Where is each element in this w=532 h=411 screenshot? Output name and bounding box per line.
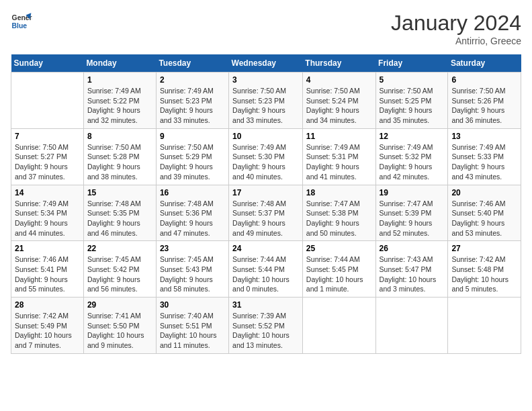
calendar-table: SundayMondayTuesdayWednesdayThursdayFrid… — [11, 54, 521, 354]
calendar-day-cell: 18Sunrise: 7:47 AM Sunset: 5:38 PM Dayli… — [302, 185, 375, 241]
calendar-day-cell: 3Sunrise: 7:50 AM Sunset: 5:23 PM Daylig… — [229, 73, 303, 129]
day-number: 11 — [306, 132, 372, 141]
day-number: 29 — [87, 300, 152, 310]
day-info: Sunrise: 7:50 AM Sunset: 5:28 PM Dayligh… — [87, 142, 152, 182]
day-number: 15 — [87, 188, 152, 197]
day-number: 7 — [15, 132, 80, 141]
day-info: Sunrise: 7:42 AM Sunset: 5:49 PM Dayligh… — [15, 311, 80, 351]
calendar-day-cell: 26Sunrise: 7:43 AM Sunset: 5:47 PM Dayli… — [375, 241, 448, 298]
day-info: Sunrise: 7:49 AM Sunset: 5:23 PM Dayligh… — [160, 86, 225, 126]
day-info: Sunrise: 7:49 AM Sunset: 5:31 PM Dayligh… — [306, 142, 372, 182]
day-info: Sunrise: 7:50 AM Sunset: 5:27 PM Dayligh… — [15, 142, 80, 182]
calendar-day-cell: 23Sunrise: 7:45 AM Sunset: 5:43 PM Dayli… — [156, 241, 228, 298]
calendar-day-cell: 29Sunrise: 7:41 AM Sunset: 5:50 PM Dayli… — [83, 298, 156, 354]
day-info: Sunrise: 7:49 AM Sunset: 5:33 PM Dayligh… — [451, 142, 517, 182]
weekday-header-cell: Tuesday — [156, 54, 228, 73]
calendar-day-cell: 25Sunrise: 7:44 AM Sunset: 5:45 PM Dayli… — [302, 241, 375, 298]
day-number: 14 — [15, 188, 80, 197]
calendar-day-cell: 15Sunrise: 7:48 AM Sunset: 5:35 PM Dayli… — [83, 185, 156, 241]
svg-text:Blue: Blue — [12, 22, 28, 30]
day-number: 5 — [380, 75, 445, 85]
day-info: Sunrise: 7:49 AM Sunset: 5:30 PM Dayligh… — [232, 142, 299, 182]
calendar-week-row: 21Sunrise: 7:46 AM Sunset: 5:41 PM Dayli… — [11, 241, 521, 298]
day-number: 13 — [451, 132, 517, 141]
title-block: January 2024 Antirrio, Greece — [391, 11, 521, 46]
day-number: 17 — [232, 188, 299, 197]
day-info: Sunrise: 7:46 AM Sunset: 5:41 PM Dayligh… — [15, 255, 80, 294]
calendar-day-cell: 6Sunrise: 7:50 AM Sunset: 5:26 PM Daylig… — [448, 73, 521, 129]
day-info: Sunrise: 7:45 AM Sunset: 5:43 PM Dayligh… — [160, 255, 225, 294]
day-number: 27 — [451, 244, 517, 253]
day-number: 4 — [306, 75, 372, 85]
calendar-day-cell: 9Sunrise: 7:50 AM Sunset: 5:29 PM Daylig… — [156, 128, 228, 185]
day-info: Sunrise: 7:48 AM Sunset: 5:35 PM Dayligh… — [87, 199, 152, 238]
day-number: 24 — [232, 244, 299, 253]
day-number: 16 — [160, 188, 225, 197]
month-title: January 2024 — [391, 11, 521, 36]
day-info: Sunrise: 7:48 AM Sunset: 5:36 PM Dayligh… — [160, 199, 225, 238]
weekday-header-cell: Monday — [83, 54, 156, 73]
calendar-week-row: 1Sunrise: 7:49 AM Sunset: 5:22 PM Daylig… — [11, 73, 521, 129]
weekday-header-cell: Saturday — [448, 54, 521, 73]
day-info: Sunrise: 7:45 AM Sunset: 5:42 PM Dayligh… — [87, 255, 152, 294]
calendar-day-cell: 8Sunrise: 7:50 AM Sunset: 5:28 PM Daylig… — [83, 128, 156, 185]
day-info: Sunrise: 7:50 AM Sunset: 5:24 PM Dayligh… — [306, 86, 372, 126]
day-info: Sunrise: 7:48 AM Sunset: 5:37 PM Dayligh… — [232, 199, 299, 238]
weekday-header-cell: Thursday — [302, 54, 375, 73]
calendar-day-cell: 22Sunrise: 7:45 AM Sunset: 5:42 PM Dayli… — [83, 241, 156, 298]
calendar-day-cell: 12Sunrise: 7:49 AM Sunset: 5:32 PM Dayli… — [375, 128, 448, 185]
calendar-day-cell — [448, 298, 521, 354]
calendar-body: 1Sunrise: 7:49 AM Sunset: 5:22 PM Daylig… — [11, 73, 521, 354]
calendar-day-cell: 7Sunrise: 7:50 AM Sunset: 5:27 PM Daylig… — [11, 128, 84, 185]
day-number: 9 — [160, 132, 225, 141]
day-number: 31 — [232, 300, 299, 310]
day-info: Sunrise: 7:50 AM Sunset: 5:26 PM Dayligh… — [451, 86, 517, 126]
calendar-day-cell: 13Sunrise: 7:49 AM Sunset: 5:33 PM Dayli… — [448, 128, 521, 185]
day-info: Sunrise: 7:46 AM Sunset: 5:40 PM Dayligh… — [451, 199, 517, 238]
day-info: Sunrise: 7:49 AM Sunset: 5:22 PM Dayligh… — [87, 86, 152, 126]
calendar-day-cell: 10Sunrise: 7:49 AM Sunset: 5:30 PM Dayli… — [229, 128, 303, 185]
day-number: 18 — [306, 188, 372, 197]
day-number: 26 — [380, 244, 445, 253]
logo-icon: General Blue — [11, 11, 32, 32]
calendar-week-row: 14Sunrise: 7:49 AM Sunset: 5:34 PM Dayli… — [11, 185, 521, 241]
calendar-day-cell: 28Sunrise: 7:42 AM Sunset: 5:49 PM Dayli… — [11, 298, 84, 354]
day-number: 1 — [87, 75, 152, 85]
day-info: Sunrise: 7:49 AM Sunset: 5:32 PM Dayligh… — [380, 142, 445, 182]
calendar-day-cell: 17Sunrise: 7:48 AM Sunset: 5:37 PM Dayli… — [229, 185, 303, 241]
calendar-day-cell: 2Sunrise: 7:49 AM Sunset: 5:23 PM Daylig… — [156, 73, 228, 129]
day-info: Sunrise: 7:50 AM Sunset: 5:29 PM Dayligh… — [160, 142, 225, 182]
day-info: Sunrise: 7:44 AM Sunset: 5:44 PM Dayligh… — [232, 255, 299, 294]
calendar-day-cell: 5Sunrise: 7:50 AM Sunset: 5:25 PM Daylig… — [375, 73, 448, 129]
day-number: 19 — [380, 188, 445, 197]
day-info: Sunrise: 7:39 AM Sunset: 5:52 PM Dayligh… — [232, 311, 299, 351]
day-number: 8 — [87, 132, 152, 141]
calendar-day-cell: 31Sunrise: 7:39 AM Sunset: 5:52 PM Dayli… — [229, 298, 303, 354]
day-number: 10 — [232, 132, 299, 141]
calendar-day-cell: 11Sunrise: 7:49 AM Sunset: 5:31 PM Dayli… — [302, 128, 375, 185]
calendar-week-row: 28Sunrise: 7:42 AM Sunset: 5:49 PM Dayli… — [11, 298, 521, 354]
calendar-day-cell: 20Sunrise: 7:46 AM Sunset: 5:40 PM Dayli… — [448, 185, 521, 241]
calendar-day-cell: 27Sunrise: 7:42 AM Sunset: 5:48 PM Dayli… — [448, 241, 521, 298]
calendar-day-cell — [375, 298, 448, 354]
day-info: Sunrise: 7:41 AM Sunset: 5:50 PM Dayligh… — [87, 311, 152, 351]
calendar-day-cell: 19Sunrise: 7:47 AM Sunset: 5:39 PM Dayli… — [375, 185, 448, 241]
weekday-header-row: SundayMondayTuesdayWednesdayThursdayFrid… — [11, 54, 521, 73]
calendar-day-cell: 21Sunrise: 7:46 AM Sunset: 5:41 PM Dayli… — [11, 241, 84, 298]
calendar-day-cell: 24Sunrise: 7:44 AM Sunset: 5:44 PM Dayli… — [229, 241, 303, 298]
calendar-week-row: 7Sunrise: 7:50 AM Sunset: 5:27 PM Daylig… — [11, 128, 521, 185]
day-number: 21 — [15, 244, 80, 253]
calendar-day-cell — [11, 73, 84, 129]
calendar-day-cell: 4Sunrise: 7:50 AM Sunset: 5:24 PM Daylig… — [302, 73, 375, 129]
day-info: Sunrise: 7:50 AM Sunset: 5:25 PM Dayligh… — [380, 86, 445, 126]
weekday-header-cell: Friday — [375, 54, 448, 73]
weekday-header-cell: Wednesday — [229, 54, 303, 73]
calendar-day-cell: 16Sunrise: 7:48 AM Sunset: 5:36 PM Dayli… — [156, 185, 228, 241]
calendar-day-cell: 1Sunrise: 7:49 AM Sunset: 5:22 PM Daylig… — [83, 73, 156, 129]
day-info: Sunrise: 7:40 AM Sunset: 5:51 PM Dayligh… — [160, 311, 225, 351]
day-number: 3 — [232, 75, 299, 85]
location-subtitle: Antirrio, Greece — [391, 36, 521, 46]
day-number: 30 — [160, 300, 225, 310]
day-number: 2 — [160, 75, 225, 85]
day-number: 28 — [15, 300, 80, 310]
